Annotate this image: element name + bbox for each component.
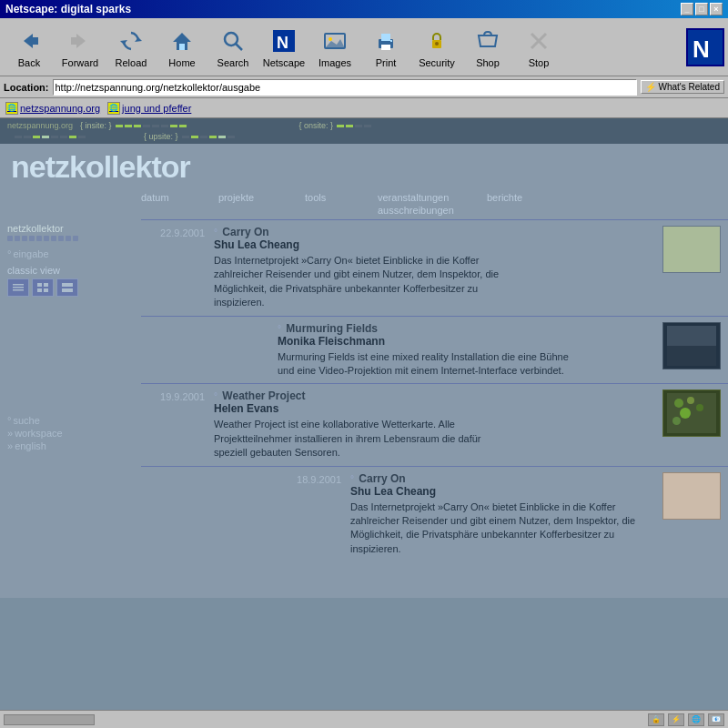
window-titlebar: Netscape: digital sparks _ □ × bbox=[0, 0, 728, 18]
bookmark-netzspannung[interactable]: 🌐 netzspannung.org bbox=[5, 102, 100, 115]
forward-label: Forward bbox=[62, 57, 98, 68]
svg-rect-32 bbox=[44, 288, 48, 292]
status-icon-4: 📧 bbox=[708, 713, 724, 726]
sidebar-suche-link[interactable]: ° suche bbox=[7, 415, 134, 426]
netzspannung-label: netzspannung.org bbox=[7, 121, 73, 130]
svg-marker-0 bbox=[24, 34, 33, 48]
forward-button[interactable]: Forward bbox=[55, 21, 106, 74]
reload-button[interactable]: Reload bbox=[106, 21, 157, 74]
view-grid-btn[interactable] bbox=[32, 278, 54, 297]
svg-rect-26 bbox=[13, 284, 24, 286]
back-button[interactable]: Back bbox=[4, 21, 55, 74]
entry-title-3[interactable]: ° Weather Project bbox=[214, 389, 655, 402]
window-title: Netscape: digital sparks bbox=[5, 3, 131, 15]
entry-date-4: 18.9.2001 bbox=[278, 472, 350, 557]
content-area[interactable]: netzspannung.org { insite: } { onsite: }… bbox=[0, 118, 728, 710]
close-btn[interactable]: × bbox=[710, 3, 723, 15]
shop-button[interactable]: Shop bbox=[462, 21, 513, 74]
svg-marker-5 bbox=[120, 40, 127, 45]
security-label: Security bbox=[419, 57, 455, 68]
home-label: Home bbox=[168, 57, 195, 68]
back-icon bbox=[15, 26, 44, 56]
entry-author-4: Shu Lea Cheang bbox=[350, 485, 655, 498]
entry-content-3: ° Weather Project Helen Evans Weather Pr… bbox=[214, 389, 728, 460]
col-tools-header[interactable]: tools bbox=[305, 192, 378, 203]
bookmark-icon-2: 🌐 bbox=[107, 102, 120, 115]
entry-carry-on-1: 22.9.2001 ° Carry On Shu Lea Cheang Das … bbox=[141, 219, 728, 316]
entry-desc-3: Weather Project ist eine kollaborative W… bbox=[214, 418, 505, 460]
entry-title-1[interactable]: ° Carry On bbox=[214, 226, 655, 238]
sidebar-english-link[interactable]: » english bbox=[7, 440, 134, 451]
classic-view-label: classic view bbox=[7, 265, 134, 276]
print-button[interactable]: Print bbox=[360, 21, 411, 74]
view-detail-btn[interactable] bbox=[56, 278, 78, 297]
sidebar-dots bbox=[7, 236, 134, 241]
entry-title-2[interactable]: ° Murmuring Fields bbox=[278, 322, 655, 335]
home-button[interactable]: Home bbox=[157, 21, 207, 74]
bookmark-jung-pfeffer[interactable]: 🌐 jung und pfeffer bbox=[107, 102, 191, 115]
reload-icon bbox=[116, 26, 146, 56]
entry-date-1: 22.9.2001 bbox=[141, 226, 214, 310]
strip-row-2: { upsite: } bbox=[4, 131, 724, 142]
status-bar: 🔒 ⚡ 🌐 📧 bbox=[0, 710, 728, 728]
images-icon bbox=[320, 26, 349, 56]
entry-content-4: ° Carry On Shu Lea Cheang Das Internetpr… bbox=[350, 472, 728, 557]
col-ausschr-header[interactable]: ausschreibungen bbox=[378, 205, 487, 216]
search-button[interactable]: Search bbox=[207, 21, 258, 74]
maximize-btn[interactable]: □ bbox=[695, 3, 708, 15]
security-icon bbox=[422, 26, 451, 56]
back-label: Back bbox=[18, 57, 40, 68]
page-content: netzspannung.org { insite: } { onsite: }… bbox=[0, 118, 728, 598]
col-berichte-header[interactable]: berichte bbox=[487, 192, 569, 203]
svg-rect-17 bbox=[381, 45, 390, 50]
entry-desc-2: Murmuring Fields ist eine mixed reality … bbox=[278, 350, 569, 379]
svg-marker-14 bbox=[325, 39, 345, 48]
entry-date-3: 19.9.2001 bbox=[141, 389, 214, 460]
shop-label: Shop bbox=[476, 57, 500, 68]
status-icon-1: 🔒 bbox=[648, 713, 664, 726]
entry-thumb-2 bbox=[662, 322, 721, 369]
entry-text-4: ° Carry On Shu Lea Cheang Das Internetpr… bbox=[350, 472, 655, 557]
col-veranst-header[interactable]: veranstaltungen bbox=[378, 192, 487, 203]
home-icon bbox=[167, 26, 197, 56]
main-layout: netzkollektor ° eingabe classic view bbox=[0, 219, 728, 598]
forward-icon bbox=[66, 26, 95, 56]
entry-title-4[interactable]: ° Carry On bbox=[350, 472, 655, 485]
entry-title-row-1: ° Carry On Shu Lea Cheang Das Internetpr… bbox=[214, 226, 721, 310]
column-headers-2: ausschreibungen bbox=[0, 205, 728, 219]
svg-marker-4 bbox=[135, 37, 142, 42]
entry-author-1: Shu Lea Cheang bbox=[214, 238, 655, 251]
security-button[interactable]: Security bbox=[411, 21, 462, 74]
print-label: Print bbox=[376, 57, 397, 68]
view-list-btn[interactable] bbox=[7, 278, 29, 297]
images-button[interactable]: Images bbox=[309, 21, 360, 74]
svg-point-8 bbox=[225, 33, 238, 46]
whats-related-button[interactable]: ⚡ What's Related bbox=[641, 80, 724, 94]
sidebar-workspace-link[interactable]: » workspace bbox=[7, 428, 134, 439]
entry-weather: 19.9.2001 ° Weather Project Helen Evans … bbox=[141, 383, 728, 465]
status-progress bbox=[4, 714, 95, 725]
entry-content-1: ° Carry On Shu Lea Cheang Das Internetpr… bbox=[214, 226, 728, 310]
sidebar: netzkollektor ° eingabe classic view bbox=[0, 219, 141, 598]
entry-thumb-3 bbox=[662, 389, 721, 437]
svg-rect-28 bbox=[13, 289, 24, 291]
sidebar-eingabe-link[interactable]: ° eingabe bbox=[7, 248, 134, 259]
location-input[interactable] bbox=[53, 79, 637, 96]
stop-button[interactable]: Stop bbox=[513, 21, 564, 74]
svg-rect-29 bbox=[37, 283, 42, 287]
entry-text-3: ° Weather Project Helen Evans Weather Pr… bbox=[214, 389, 655, 460]
entry-author-3: Helen Evans bbox=[214, 402, 655, 415]
entry-murmuring: ° Murmuring Fields Monika Fleischmann Mu… bbox=[141, 316, 728, 384]
netscape-icon: N bbox=[269, 26, 298, 56]
status-icon-3: 🌐 bbox=[688, 713, 704, 726]
svg-point-20 bbox=[435, 42, 439, 46]
entry-thumb-1 bbox=[662, 226, 721, 273]
svg-rect-34 bbox=[62, 288, 73, 292]
sidebar-section-title: netzkollektor bbox=[7, 223, 134, 234]
svg-rect-30 bbox=[44, 283, 48, 287]
minimize-btn[interactable]: _ bbox=[681, 3, 693, 15]
netscape-button[interactable]: N Netscape bbox=[258, 21, 309, 74]
svg-point-13 bbox=[329, 37, 332, 41]
col-projekte-header[interactable]: projekte bbox=[218, 192, 305, 203]
entry-thumb-4 bbox=[662, 472, 721, 520]
